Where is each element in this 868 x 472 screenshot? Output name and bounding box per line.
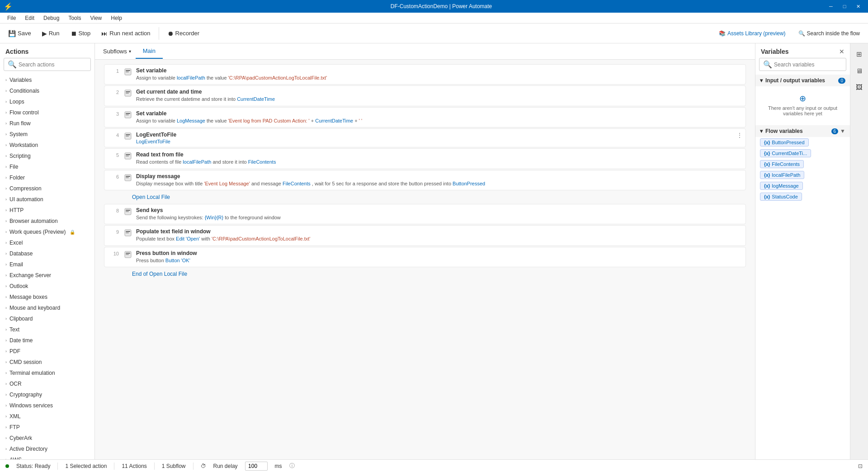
menu-help[interactable]: Help bbox=[107, 14, 126, 22]
flow-action-row[interactable]: 1 Set variable Assign to variable localF… bbox=[104, 64, 746, 85]
search-actions-input[interactable] bbox=[19, 61, 87, 68]
variables-panel-toggle[interactable]: ⊞ bbox=[852, 47, 867, 61]
close-button[interactable]: ✕ bbox=[852, 0, 864, 13]
run-button[interactable]: ▶ Run bbox=[38, 28, 64, 39]
action-category-active-directory[interactable]: › Active Directory bbox=[0, 444, 94, 454]
flow-variable-item[interactable]: {x}CurrentDateTi... bbox=[760, 149, 811, 157]
action-category-loops[interactable]: › Loops bbox=[0, 96, 94, 107]
flow-action-row[interactable]: 4 LogEventToFile LogEventToFile ⋮ bbox=[104, 128, 746, 147]
action-category-run-flow[interactable]: › Run flow bbox=[0, 118, 94, 129]
flow-variables-header[interactable]: ▾ Flow variables 6 ▼ bbox=[755, 125, 850, 137]
action-category-workstation[interactable]: › Workstation bbox=[0, 140, 94, 151]
action-category-xml[interactable]: › XML bbox=[0, 411, 94, 422]
action-category-conditionals[interactable]: › Conditionals bbox=[0, 85, 94, 96]
action-category-work-queues-(preview)[interactable]: › Work queues (Preview) 🔒 bbox=[0, 227, 94, 237]
category-label: Clipboard bbox=[9, 316, 33, 322]
action-type-icon bbox=[123, 250, 132, 258]
action-category-compression[interactable]: › Compression bbox=[0, 183, 94, 194]
assets-icon: 📚 bbox=[719, 30, 726, 37]
chevron-right-icon: › bbox=[5, 382, 7, 386]
maximize-button[interactable]: □ bbox=[838, 0, 851, 13]
flow-action-row[interactable]: 2 Get current date and time Retrieve the… bbox=[104, 85, 746, 106]
search-variables-input[interactable] bbox=[774, 61, 842, 68]
flow-action-row[interactable]: 6 Display message Display message box wi… bbox=[104, 170, 746, 190]
actions-search-box[interactable]: 🔍 bbox=[4, 58, 91, 71]
action-category-file[interactable]: › File bbox=[0, 161, 94, 172]
action-category-variables[interactable]: › Variables bbox=[0, 75, 94, 85]
flow-variables-list: {x}ButtonPressed{x}CurrentDateTi...{x}Fi… bbox=[755, 137, 850, 202]
action-category-database[interactable]: › Database bbox=[0, 248, 94, 259]
action-category-scripting[interactable]: › Scripting bbox=[0, 151, 94, 161]
variables-search-box[interactable]: 🔍 bbox=[759, 58, 846, 71]
images-button[interactable]: 🖼 bbox=[852, 80, 867, 94]
action-type-icon bbox=[123, 207, 132, 215]
action-category-clipboard[interactable]: › Clipboard bbox=[0, 313, 94, 324]
action-category-terminal-emulation[interactable]: › Terminal emulation bbox=[0, 368, 94, 378]
menu-debug[interactable]: Debug bbox=[40, 14, 63, 22]
category-label: AWS bbox=[9, 457, 22, 459]
category-label: Date time bbox=[9, 337, 33, 344]
flow-variable-item[interactable]: {x}ButtonPressed bbox=[760, 138, 809, 146]
menu-file[interactable]: File bbox=[4, 14, 19, 22]
ui-elements-button[interactable]: 🖥 bbox=[852, 63, 867, 78]
flow-action-row[interactable]: 8 Send keys Send the following keystroke… bbox=[104, 204, 746, 224]
action-category-email[interactable]: › Email bbox=[0, 259, 94, 270]
variables-close-button[interactable]: ✕ bbox=[839, 48, 844, 55]
tab-main[interactable]: Main bbox=[136, 44, 163, 59]
action-category-date-time[interactable]: › Date time bbox=[0, 335, 94, 346]
filter-icon[interactable]: ▼ bbox=[840, 128, 845, 134]
flow-action-row[interactable]: 5 Read text from file Read contents of f… bbox=[104, 148, 746, 169]
action-category-browser-automation[interactable]: › Browser automation bbox=[0, 216, 94, 227]
action-category-ocr[interactable]: › OCR bbox=[0, 378, 94, 389]
action-category-ui-automation[interactable]: › UI automation bbox=[0, 194, 94, 205]
input-output-header[interactable]: ▾ Input / output variables 0 bbox=[755, 75, 850, 86]
action-category-text[interactable]: › Text bbox=[0, 324, 94, 335]
search-flow-button[interactable]: 🔍 Search inside the flow bbox=[794, 28, 864, 38]
action-category-outlook[interactable]: › Outlook bbox=[0, 281, 94, 292]
stop-button[interactable]: ⏹ Stop bbox=[66, 28, 95, 39]
action-category-folder[interactable]: › Folder bbox=[0, 172, 94, 183]
toolbar-separator bbox=[159, 27, 159, 40]
action-category-system[interactable]: › System bbox=[0, 129, 94, 140]
premium-icon: 🔒 bbox=[70, 230, 75, 235]
zoom-fit-icon[interactable]: ⊡ bbox=[858, 463, 863, 469]
action-category-windows-services[interactable]: › Windows services bbox=[0, 400, 94, 411]
flow-variable-item[interactable]: {x}localFilePath bbox=[760, 171, 804, 179]
flow-variable-item[interactable]: {x}FileContents bbox=[760, 160, 804, 168]
menu-view[interactable]: View bbox=[86, 14, 105, 22]
minimize-button[interactable]: ─ bbox=[825, 0, 837, 13]
action-category-excel[interactable]: › Excel bbox=[0, 237, 94, 248]
collapse-flow-icon: ▾ bbox=[760, 128, 763, 134]
flow-action-row[interactable]: 9 Populate text field in window Populate… bbox=[104, 225, 746, 245]
flow-variable-item[interactable]: {x}logMessage bbox=[760, 182, 803, 190]
run-delay-input[interactable] bbox=[245, 462, 268, 471]
action-category-pdf[interactable]: › PDF bbox=[0, 346, 94, 357]
action-category-message-boxes[interactable]: › Message boxes bbox=[0, 292, 94, 302]
action-category-aws[interactable]: › AWS bbox=[0, 454, 94, 459]
run-next-button[interactable]: ⏭ Run next action bbox=[97, 28, 155, 39]
flow-label-7[interactable]: Open Local File bbox=[104, 191, 746, 203]
chevron-right-icon: › bbox=[5, 230, 7, 234]
action-category-flow-control[interactable]: › Flow control bbox=[0, 107, 94, 118]
run-delay-help-icon[interactable]: ⓘ bbox=[289, 462, 295, 470]
save-button[interactable]: 💾 Save bbox=[4, 28, 36, 39]
action-category-cryptography[interactable]: › Cryptography bbox=[0, 389, 94, 400]
action-more-button[interactable]: ⋮ bbox=[736, 132, 743, 139]
action-category-ftp[interactable]: › FTP bbox=[0, 422, 94, 433]
flow-action-row[interactable]: 10 Press button in window Press button B… bbox=[104, 247, 746, 267]
flow-variable-item[interactable]: {x}StatusCode bbox=[760, 193, 802, 201]
flow-action-row[interactable]: 3 Set variable Assign to variable LogMes… bbox=[104, 107, 746, 127]
action-category-http[interactable]: › HTTP bbox=[0, 205, 94, 216]
variables-header: Variables ✕ bbox=[755, 43, 850, 58]
action-category-exchange-server[interactable]: › Exchange Server bbox=[0, 270, 94, 281]
action-category-cmd-session[interactable]: › CMD session bbox=[0, 357, 94, 368]
flow-canvas: Subflows ▾ Main 1 Set variable Assign to… bbox=[95, 43, 755, 459]
subflows-button[interactable]: Subflows ▾ bbox=[99, 46, 136, 57]
recorder-button[interactable]: ⏺ Recorder bbox=[163, 28, 204, 39]
menu-edit[interactable]: Edit bbox=[21, 14, 38, 22]
action-category-cyberark[interactable]: › CyberArk bbox=[0, 433, 94, 444]
assets-library-button[interactable]: 📚 Assets Library (preview) bbox=[714, 28, 790, 38]
menu-tools[interactable]: Tools bbox=[65, 14, 85, 22]
action-category-mouse-and-keyboard[interactable]: › Mouse and keyboard bbox=[0, 302, 94, 313]
action-number: 8 bbox=[108, 207, 119, 213]
